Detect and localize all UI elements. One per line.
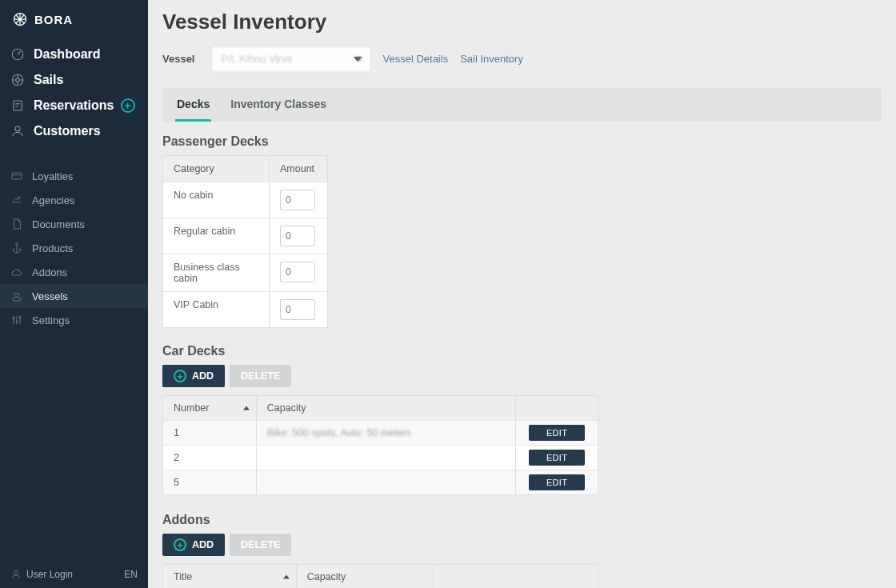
category-cell: Business class cabin (163, 254, 270, 291)
column-actions (516, 396, 598, 420)
nav-label: Sails (34, 73, 63, 87)
compass-icon (12, 11, 28, 27)
plus-icon: + (174, 538, 186, 551)
nav-label: Customers (34, 124, 101, 138)
addons-add-button[interactable]: +ADD (162, 534, 225, 556)
svg-point-11 (19, 317, 21, 318)
svg-rect-6 (12, 173, 22, 179)
passenger-row: No cabin (163, 182, 327, 218)
sidebar: BORA DashboardSailsReservations+Customer… (0, 0, 148, 588)
plus-icon[interactable]: + (121, 98, 135, 113)
amount-input[interactable] (280, 262, 315, 282)
number-cell: 2 (163, 446, 257, 470)
column-number[interactable]: Number (163, 396, 257, 420)
car-deck-row[interactable]: 2EDIT (163, 445, 598, 470)
svg-point-12 (14, 570, 18, 574)
passenger-decks-heading: Passenger Decks (162, 134, 882, 149)
car-decks-table: Number Capacity 1Bike: 500 spots, Auto: … (162, 395, 598, 495)
chevron-down-icon (354, 57, 362, 62)
sort-asc-icon (243, 406, 250, 410)
nav-label: Vessels (32, 290, 68, 302)
sidebar-item-reservations[interactable]: Reservations+ (0, 93, 148, 118)
amount-input[interactable] (280, 299, 315, 320)
column-capacity[interactable]: Capacity (297, 565, 434, 588)
capacity-cell: Bike: 500 spots, Auto: 50 meters (257, 421, 516, 445)
sort-asc-icon (283, 575, 290, 579)
app-name: BORA (34, 13, 73, 26)
nav-label: Addons (32, 266, 67, 278)
main-content: Vessel Inventory Vessel P/L Kihnu Virve … (148, 0, 896, 588)
column-number-label: Number (174, 402, 209, 414)
sidebar-item-documents[interactable]: Documents (0, 212, 148, 236)
passenger-decks-table: Category Amount No cabinRegular cabinBus… (162, 155, 328, 328)
nav-label: Reservations (34, 98, 114, 113)
addons-delete-button[interactable]: DELETE (230, 534, 291, 556)
car-delete-button[interactable]: DELETE (230, 365, 291, 387)
svg-point-10 (16, 321, 18, 322)
sidebar-item-sails[interactable]: Sails (0, 67, 148, 93)
sidebar-item-settings[interactable]: Settings (0, 308, 148, 332)
vessel-selector-row: Vessel P/L Kihnu Virve Vessel Details Sa… (162, 46, 882, 72)
svg-point-7 (18, 197, 20, 199)
user-login-label: User Login (26, 569, 73, 580)
app-logo: BORA (0, 0, 148, 37)
category-cell: Regular cabin (163, 218, 270, 254)
nav-label: Loyalties (32, 170, 73, 182)
svg-point-3 (16, 78, 20, 82)
car-add-button[interactable]: +ADD (162, 365, 225, 387)
addons-heading: Addons (162, 513, 882, 527)
passenger-row: Business class cabin (163, 254, 327, 291)
edit-button[interactable]: EDIT (529, 474, 585, 490)
addons-table: Title Capacity Siider100EDIT (162, 564, 598, 588)
column-amount: Amount (270, 156, 327, 182)
sidebar-item-vessels[interactable]: Vessels (0, 284, 148, 308)
tab-bar: Decks Inventory Classes (162, 88, 882, 122)
car-deck-row[interactable]: 1Bike: 500 spots, Auto: 50 metersEDIT (163, 420, 598, 445)
amount-input[interactable] (280, 190, 315, 210)
passenger-row: VIP Cabin (163, 291, 327, 327)
vessel-select-value: P/L Kihnu Virve (211, 46, 371, 72)
user-login-link[interactable]: User Login (10, 569, 73, 580)
column-category: Category (163, 156, 270, 182)
tab-decks[interactable]: Decks (175, 88, 211, 122)
nav-label: Agencies (32, 194, 74, 206)
vessel-select[interactable]: P/L Kihnu Virve (211, 46, 371, 72)
column-title[interactable]: Title (163, 565, 297, 588)
plus-icon: + (174, 370, 186, 382)
add-label: ADD (192, 539, 214, 550)
svg-rect-4 (14, 101, 22, 110)
svg-point-9 (13, 318, 14, 319)
column-actions (434, 565, 598, 588)
sidebar-item-products[interactable]: Products (0, 236, 148, 260)
sidebar-item-dashboard[interactable]: Dashboard (0, 42, 148, 67)
nav-label: Products (32, 242, 73, 254)
category-cell: VIP Cabin (163, 292, 270, 327)
capacity-cell (257, 470, 516, 494)
tab-inventory-classes[interactable]: Inventory Classes (229, 88, 328, 122)
sidebar-item-customers[interactable]: Customers (0, 118, 148, 144)
vessel-label: Vessel (162, 53, 195, 65)
amount-input[interactable] (280, 226, 315, 246)
add-label: ADD (192, 370, 214, 382)
vessel-details-link[interactable]: Vessel Details (383, 53, 449, 65)
sidebar-item-loyalties[interactable]: Loyalties (0, 164, 148, 188)
user-icon (10, 569, 22, 580)
sidebar-item-addons[interactable]: Addons (0, 260, 148, 284)
page-title: Vessel Inventory (162, 10, 882, 34)
column-title-label: Title (174, 571, 192, 582)
edit-button[interactable]: EDIT (529, 425, 585, 441)
sail-inventory-link[interactable]: Sail Inventory (460, 53, 523, 65)
sidebar-footer: User Login EN (0, 561, 148, 588)
car-deck-row[interactable]: 5EDIT (163, 470, 598, 494)
number-cell: 5 (163, 470, 257, 494)
svg-point-5 (15, 126, 20, 131)
number-cell: 1 (163, 421, 257, 445)
column-capacity[interactable]: Capacity (257, 396, 516, 420)
nav-label: Dashboard (34, 47, 101, 62)
edit-button[interactable]: EDIT (529, 450, 585, 466)
passenger-row: Regular cabin (163, 218, 327, 254)
lang-switch[interactable]: EN (124, 569, 138, 580)
nav-label: Settings (32, 314, 70, 326)
svg-point-8 (16, 243, 18, 246)
sidebar-item-agencies[interactable]: Agencies (0, 188, 148, 212)
